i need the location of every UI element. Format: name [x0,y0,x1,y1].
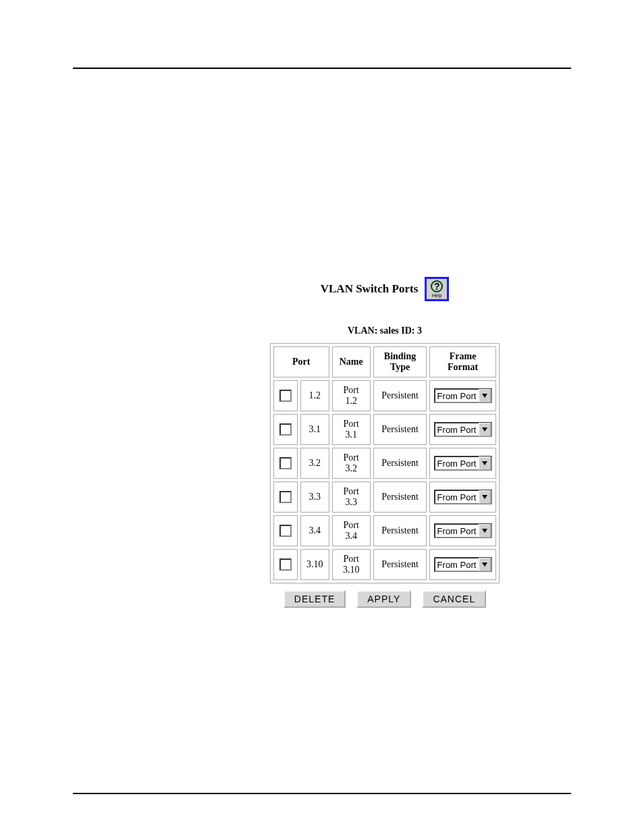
row-checkbox[interactable] [279,491,292,503]
cell-port: 3.10 [300,549,329,580]
svg-marker-3 [482,495,487,499]
help-button[interactable]: ? Help [425,277,449,301]
frame-format-select[interactable]: From Port [434,456,492,471]
cell-binding: Persistent [373,549,427,580]
frame-format-value: From Port [435,391,479,401]
table-row: 3.10 Port 3.10 Persistent From Port [273,549,496,580]
col-name: Name [332,346,371,377]
cell-port: 1.2 [300,380,329,411]
col-binding: Binding Type [373,346,427,377]
frame-format-select[interactable]: From Port [434,557,492,572]
chevron-down-icon [479,457,491,470]
cell-port: 3.1 [300,414,329,445]
cell-binding: Persistent [373,380,427,411]
svg-marker-4 [482,529,487,533]
cell-name: Port 3.2 [332,448,371,479]
help-label: Help [432,293,441,298]
help-icon: ? [431,280,443,292]
table-row: 3.1 Port 3.1 Persistent From Port [273,414,496,445]
row-checkbox[interactable] [279,525,292,537]
cell-port: 3.3 [300,481,329,513]
cell-binding: Persistent [373,515,427,546]
page: VLAN Switch Ports ? Help VLAN: sales ID:… [0,0,644,834]
svg-marker-1 [482,427,487,432]
col-port: Port [273,346,329,377]
bottom-divider [73,793,571,794]
row-checkbox[interactable] [279,457,292,469]
row-checkbox[interactable] [279,423,292,436]
table-row: 3.3 Port 3.3 Persistent From Port [273,481,496,513]
apply-button[interactable]: APPLY [356,590,411,608]
frame-format-select[interactable]: From Port [434,523,492,538]
col-frame: Frame Format [429,346,496,377]
cell-name: Port 3.1 [332,414,371,445]
figure-title-row: VLAN Switch Ports ? Help [270,277,500,301]
svg-marker-0 [482,394,487,398]
ports-table: Port Name Binding Type Frame Format 1.2 … [270,343,500,583]
top-divider [73,68,571,69]
svg-marker-2 [482,461,487,465]
svg-marker-5 [482,563,487,567]
cell-name: Port 3.10 [332,549,371,580]
cell-name: Port 1.2 [332,380,371,411]
frame-format-select[interactable]: From Port [434,490,492,504]
figure-title: VLAN Switch Ports [321,282,419,296]
table-row: 3.2 Port 3.2 Persistent From Port [273,448,496,479]
cell-port: 3.4 [300,515,329,546]
table-header-row: Port Name Binding Type Frame Format [273,346,496,377]
chevron-down-icon [479,423,491,436]
frame-format-value: From Port [435,526,479,536]
figure-vlan-switch-ports: VLAN Switch Ports ? Help VLAN: sales ID:… [270,277,500,608]
frame-format-value: From Port [435,492,479,502]
row-checkbox[interactable] [279,390,292,402]
chevron-down-icon [479,524,491,538]
cell-binding: Persistent [373,448,427,479]
cancel-button[interactable]: CANCEL [422,590,486,608]
chevron-down-icon [479,558,491,571]
table-row: 3.4 Port 3.4 Persistent From Port [273,515,496,546]
row-checkbox[interactable] [279,558,292,571]
delete-button[interactable]: DELETE [284,590,346,608]
chevron-down-icon [479,490,491,504]
action-buttons: DELETE APPLY CANCEL [270,590,500,608]
chevron-down-icon [479,389,491,402]
figure-subtitle: VLAN: sales ID: 3 [270,325,500,336]
cell-binding: Persistent [373,414,427,445]
frame-format-value: From Port [435,560,479,570]
frame-format-select[interactable]: From Port [434,422,492,437]
frame-format-value: From Port [435,425,479,435]
frame-format-value: From Port [435,459,479,469]
cell-name: Port 3.4 [332,515,371,546]
cell-name: Port 3.3 [332,481,371,513]
cell-port: 3.2 [300,448,329,479]
frame-format-select[interactable]: From Port [434,388,492,403]
table-row: 1.2 Port 1.2 Persistent From Port [273,380,496,411]
cell-binding: Persistent [373,481,427,513]
